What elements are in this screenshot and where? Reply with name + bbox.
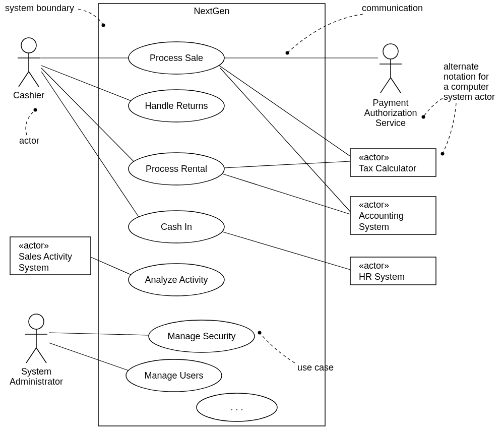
use-case-cash-in: Cash In (129, 211, 224, 243)
annotation-alt-3: a computer (444, 82, 489, 92)
use-case-label: Process Rental (146, 164, 207, 174)
annotation-communication: communication (362, 3, 423, 13)
svg-line-21 (381, 78, 391, 93)
use-case-label: Analyze Activity (145, 275, 208, 285)
actor-sysadmin: System Administrator (10, 314, 63, 387)
stereotype-label: «actor» (19, 240, 49, 251)
actor-cashier: Cashier (13, 38, 44, 100)
actor-label: Sales Activity (19, 252, 72, 262)
svg-line-32 (219, 66, 350, 156)
actor-label: System (359, 222, 389, 232)
use-case-process-sale: Process Sale (129, 42, 224, 74)
use-case-handle-returns: Handle Returns (129, 90, 224, 122)
use-case-manage-users: Manage Users (126, 359, 222, 392)
actor-label: Payment (372, 98, 408, 108)
actor-payment-auth-service: Payment Authorization Service (364, 44, 417, 128)
use-case-label: . . . (230, 402, 243, 412)
use-case-more: . . . (197, 393, 277, 421)
use-case-label: Manage Security (167, 331, 235, 341)
svg-point-13 (29, 314, 44, 329)
svg-line-12 (29, 72, 39, 87)
actor-label: Authorization (364, 108, 417, 118)
use-case-process-rental: Process Rental (129, 153, 224, 185)
stereotype-label: «actor» (359, 200, 389, 210)
actor-label: Accounting (359, 211, 404, 221)
svg-point-8 (21, 38, 36, 53)
annotation-system-boundary: system boundary (5, 3, 74, 13)
use-case-analyze-activity: Analyze Activity (129, 264, 224, 296)
use-case-label: Cash In (161, 222, 192, 232)
svg-line-36 (223, 232, 350, 270)
stereotype-label: «actor» (359, 261, 389, 271)
annotation-use-case: use case (297, 362, 334, 373)
svg-line-33 (220, 68, 350, 212)
use-case-diagram: NextGen Process Sale Handle Returns Proc… (0, 0, 504, 432)
svg-point-40 (102, 24, 105, 27)
svg-line-29 (41, 68, 134, 161)
annotation-alt-2: notation for (444, 72, 489, 82)
svg-line-11 (19, 72, 29, 87)
svg-point-41 (286, 51, 289, 55)
actor-label: HR System (359, 272, 405, 282)
actor-box-hr-system: «actor» HR System (350, 257, 436, 285)
svg-point-44 (422, 115, 425, 119)
annotations: system boundary communication actor use … (5, 3, 495, 373)
use-case-manage-security: Manage Security (149, 320, 255, 352)
svg-line-35 (223, 174, 350, 214)
actor-label: Tax Calculator (359, 163, 416, 173)
svg-line-28 (41, 66, 131, 101)
actor-label: Administrator (10, 377, 63, 387)
actor-label: Cashier (13, 90, 44, 100)
system-title: NextGen (194, 6, 229, 16)
svg-line-16 (26, 348, 36, 363)
svg-point-42 (34, 108, 37, 112)
annotation-actor: actor (19, 136, 39, 146)
svg-point-18 (383, 44, 398, 59)
actor-box-sales-activity-system: «actor» Sales Activity System (10, 237, 91, 275)
actor-label: System (21, 366, 51, 377)
use-case-label: Handle Returns (145, 101, 208, 111)
annotation-alt-1: alternate (444, 61, 479, 72)
stereotype-label: «actor» (359, 152, 389, 162)
actor-label: Service (375, 118, 406, 128)
svg-point-43 (258, 331, 262, 335)
svg-line-30 (41, 72, 139, 217)
svg-line-22 (391, 78, 401, 93)
svg-line-34 (224, 161, 350, 168)
svg-line-37 (91, 257, 131, 275)
svg-line-39 (49, 343, 129, 371)
svg-point-45 (441, 152, 445, 156)
svg-line-17 (36, 348, 46, 363)
actor-box-accounting-system: «actor» Accounting System (350, 197, 436, 234)
svg-line-38 (49, 333, 149, 335)
annotation-alt-4: system actor (444, 92, 495, 102)
use-case-label: Manage Users (144, 371, 203, 381)
actor-box-tax-calculator: «actor» Tax Calculator (350, 149, 436, 176)
actor-label: System (19, 263, 49, 273)
use-case-label: Process Sale (150, 53, 203, 63)
